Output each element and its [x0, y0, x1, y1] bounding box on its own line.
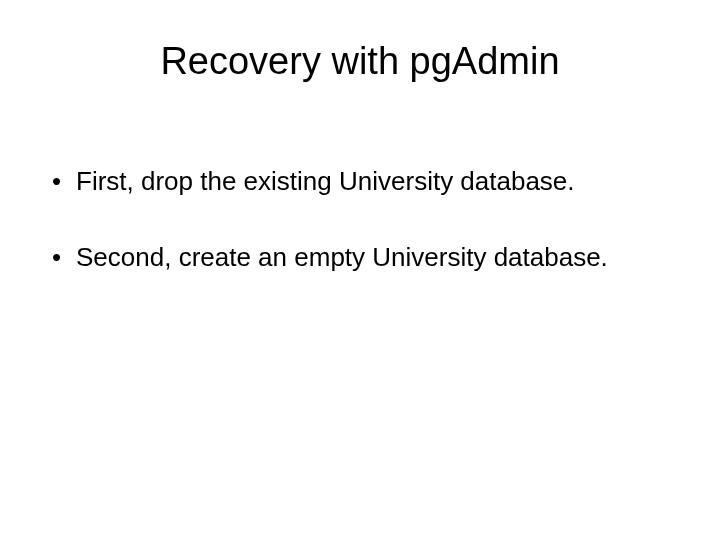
bullet-item: Second, create an empty University datab… — [50, 239, 670, 275]
bullet-item: First, drop the existing University data… — [50, 163, 670, 199]
slide-title: Recovery with pgAdmin — [50, 40, 670, 83]
bullet-list: First, drop the existing University data… — [50, 163, 670, 276]
